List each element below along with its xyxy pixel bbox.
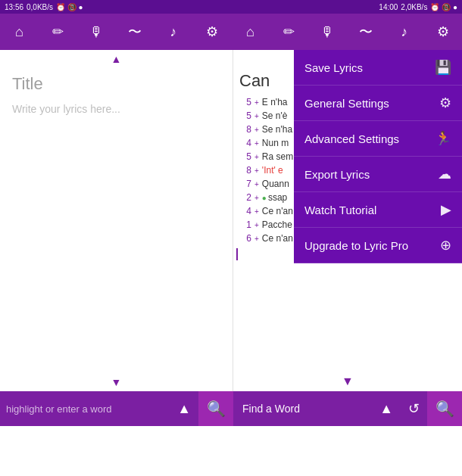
line-plus: + [254, 165, 259, 176]
line-number: 4 [236, 136, 251, 150]
dual-nav-bar: ⌂ ✏ 🎙 〜 ♪ ⚙ ⌂ ✏ 🎙 〜 ♪ ⚙ [0, 14, 462, 50]
left-nav: ⌂ ✏ 🎙 〜 ♪ ⚙ [0, 14, 231, 50]
menu-item[interactable]: Watch Tutorial▶ [294, 192, 462, 228]
line-text: Se n'è [262, 109, 288, 123]
dual-status-bar: 13:56 0,0KB/s ⏰ 📵 ● 14:00 2,0KB/s ⏰ 📵 ● [0, 0, 462, 14]
menu-item-label: Save Lyrics [304, 61, 363, 74]
line-number: 8 [236, 123, 251, 136]
line-text: Ce n'an [262, 232, 293, 245]
right-nav: ⌂ ✏ 🎙 〜 ♪ ⚙ [231, 14, 462, 50]
line-text: Ra sem [262, 150, 293, 163]
line-number: 6 [236, 232, 251, 245]
highlight-input[interactable] [0, 391, 170, 426]
left-scroll-down[interactable]: ▼ [0, 373, 233, 391]
right-scroll-down[interactable]: ▼ [233, 372, 462, 391]
right-panel: ▲ Can 5+E n'ha5+Se n'è8+Se n'ha4+Nun m5+… [233, 50, 462, 391]
left-panel: ▲ Title Write your lyrics here... ▼ [0, 50, 233, 391]
right-arrow-up-button[interactable]: ▲ [372, 401, 401, 417]
menu-item-label: Watch Tutorial [304, 204, 376, 216]
line-text: 'Int' e [262, 163, 283, 177]
home-icon-right[interactable]: ⌂ [231, 14, 270, 50]
menu-item-icon: ▶ [441, 201, 451, 218]
overlay-menu: Save Lyrics💾General Settings⚙Advanced Se… [294, 50, 462, 263]
music-icon-right[interactable]: ♪ [385, 14, 423, 50]
menu-item-icon: 🏃 [435, 130, 451, 147]
home-icon[interactable]: ⌂ [0, 14, 39, 50]
settings-icon[interactable]: ⚙ [192, 14, 231, 50]
menu-item[interactable]: Export Lyrics☁ [294, 157, 462, 192]
line-plus: + [254, 138, 259, 149]
left-data: 0,0KB/s [27, 3, 53, 11]
line-plus: + [254, 110, 259, 122]
menu-item[interactable]: General Settings⚙ [294, 86, 462, 121]
menu-item-label: Export Lyrics [304, 168, 370, 181]
menu-item[interactable]: Advanced Settings🏃 [294, 121, 462, 157]
line-number: 1 [236, 218, 251, 232]
left-search-button[interactable]: 🔍 [198, 391, 233, 426]
line-plus: + [254, 219, 259, 231]
title-area: Title [0, 68, 233, 100]
music-icon[interactable]: ♪ [154, 14, 192, 50]
line-number: 7 [236, 177, 251, 191]
bottom-left: ▲ 🔍 [0, 391, 233, 426]
left-icons: ⏰ 📵 ● [56, 3, 83, 11]
line-text: Quann [262, 177, 289, 191]
line-number: 5 [236, 109, 251, 123]
menu-item-label: Advanced Settings [304, 132, 399, 145]
line-number: 2 [236, 191, 251, 204]
left-scroll-up[interactable]: ▲ [0, 50, 233, 68]
find-word-label: Find a Word [233, 403, 372, 415]
right-search-icon: 🔍 [435, 400, 454, 418]
mic-icon[interactable]: 🎙 [77, 14, 116, 50]
menu-item-label: Upgrade to Lyric Pro [304, 239, 408, 252]
line-text: Ce n'an [262, 204, 293, 218]
line-plus: + [254, 124, 259, 135]
right-icons: ⏰ 📵 ● [430, 3, 457, 11]
left-search-icon: 🔍 [207, 400, 226, 418]
menu-item-icon: ☁ [438, 166, 451, 182]
line-plus: + [254, 233, 259, 244]
line-text: ssap [262, 191, 287, 204]
edit-icon[interactable]: ✏ [39, 14, 77, 50]
line-number: 8 [236, 163, 251, 177]
menu-item-icon: 💾 [435, 59, 451, 76]
menu-item-icon: ⊕ [440, 237, 451, 254]
right-status: 14:00 2,0KB/s ⏰ 📵 ● [231, 0, 462, 14]
left-arrow-up-button[interactable]: ▲ [170, 401, 198, 417]
right-data: 2,0KB/s [401, 3, 427, 11]
menu-item[interactable]: Save Lyrics💾 [294, 50, 462, 86]
bottom-bar: ▲ 🔍 Find a Word ▲ ↺ 🔍 [0, 391, 462, 426]
line-text: Se n'ha [262, 123, 292, 136]
wave-icon-right[interactable]: 〜 [346, 14, 385, 50]
right-time: 14:00 [379, 3, 398, 11]
line-number: 4 [236, 204, 251, 218]
line-text: E n'ha [262, 95, 288, 109]
line-number: 5 [236, 95, 251, 109]
main-area: ▲ Title Write your lyrics here... ▼ ▲ Ca… [0, 50, 462, 391]
left-status: 13:56 0,0KB/s ⏰ 📵 ● [0, 0, 231, 14]
line-plus: + [254, 206, 259, 217]
line-plus: + [254, 151, 259, 163]
right-search-button[interactable]: 🔍 [427, 391, 462, 426]
left-time: 13:56 [5, 3, 23, 11]
settings-icon-right[interactable]: ⚙ [423, 14, 462, 50]
lyrics-placeholder[interactable]: Write your lyrics here... [0, 100, 233, 373]
line-plus: + [254, 192, 259, 204]
song-title-left: Title [12, 74, 220, 94]
line-number: 5 [236, 150, 251, 163]
line-text: Pacche [262, 218, 292, 232]
line-text: Nun m [262, 136, 289, 150]
edit-icon-right[interactable]: ✏ [270, 14, 308, 50]
bottom-right: Find a Word ▲ ↺ 🔍 [233, 391, 462, 426]
line-plus: + [254, 179, 259, 190]
refresh-button[interactable]: ↺ [401, 400, 427, 417]
menu-item[interactable]: Upgrade to Lyric Pro⊕ [294, 228, 462, 263]
menu-item-icon: ⚙ [439, 95, 451, 111]
line-plus: + [254, 97, 259, 108]
wave-icon[interactable]: 〜 [115, 14, 154, 50]
mic-icon-right[interactable]: 🎙 [308, 14, 347, 50]
menu-item-label: General Settings [304, 97, 389, 110]
